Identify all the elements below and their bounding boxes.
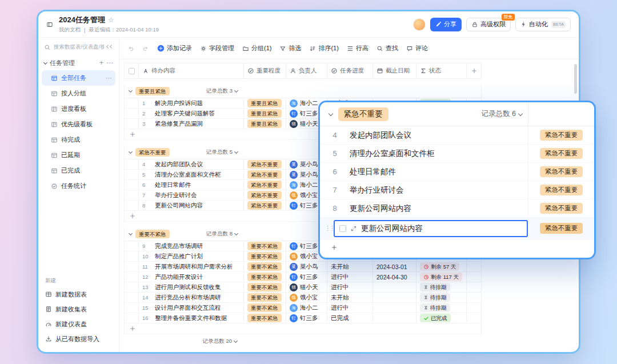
- sidebar-item-已完成[interactable]: 已完成: [42, 163, 115, 178]
- priority-cell[interactable]: 重要不紧急: [244, 251, 286, 261]
- advanced-permission-button[interactable]: 高级权限 限免: [466, 18, 511, 31]
- table-row[interactable]: 16整理并备份重要文件和数据重要不紧急钉钉三多已完成已完成: [124, 313, 482, 323]
- group-record-count[interactable]: 记录总数 5: [206, 149, 238, 156]
- status-cell[interactable]: 剩余 117 天: [416, 272, 467, 282]
- group-header-重要且紧急[interactable]: 重要且紧急记录总数 3: [124, 85, 482, 98]
- due-date-cell[interactable]: [373, 282, 416, 292]
- table-row[interactable]: 14进行竞品分析和市场调研重要不紧急饿饿小宝未开始待排期: [124, 293, 482, 303]
- owner-cell[interactable]: 饿饿小宝: [286, 293, 327, 302]
- status-cell[interactable]: 已完成: [416, 313, 467, 323]
- row-select-cell[interactable]: [124, 251, 139, 261]
- task-cell[interactable]: 处理日常邮件: [350, 163, 528, 181]
- filter-button[interactable]: 筛选: [279, 44, 301, 53]
- add-view-icon[interactable]: +: [99, 59, 103, 67]
- drag-handle-icon[interactable]: ⋮⋮: [324, 225, 334, 232]
- row-select-cell[interactable]: [124, 180, 139, 190]
- overlay-add-record-row[interactable]: [320, 239, 594, 255]
- row-select-cell[interactable]: [124, 282, 139, 292]
- expand-record-icon[interactable]: [350, 225, 357, 232]
- priority-cell[interactable]: 重要不紧急: [244, 303, 286, 313]
- priority-cell[interactable]: 重要且紧急: [244, 119, 286, 129]
- table-row[interactable]: 15设计用户界面和交互流程重要不紧急海海小二进行中待排期: [124, 303, 482, 313]
- group-record-count[interactable]: 记录总数 8: [206, 230, 238, 238]
- table-footer[interactable]: 记录总数 20: [124, 334, 244, 348]
- priority-cell[interactable]: 紧急不重要: [244, 180, 286, 190]
- progress-cell[interactable]: 进行中: [327, 272, 373, 282]
- progress-cell[interactable]: 进行中: [327, 303, 373, 313]
- due-date-cell[interactable]: [373, 293, 416, 302]
- row-select-cell[interactable]: [124, 159, 139, 169]
- priority-cell[interactable]: 重要不紧急: [244, 282, 286, 292]
- task-cell[interactable]: 14进行竞品分析和市场调研: [139, 293, 244, 302]
- task-cell[interactable]: 清理办公室桌面和文件柜: [350, 145, 528, 162]
- group-button[interactable]: 分组(1): [242, 44, 271, 53]
- table-row[interactable]: 12产品功能开发设计重要不紧急钉钉三多进行中2024-04-30剩余 117 天: [124, 272, 482, 282]
- task-cell[interactable]: 4发起内部团队会议: [139, 159, 244, 169]
- task-cell[interactable]: 9完成竞品市场调研: [139, 241, 244, 251]
- user-avatar[interactable]: [413, 18, 426, 31]
- task-cell[interactable]: 5清理办公室桌面和文件柜: [139, 170, 244, 179]
- sidebar-new-新建仪表盘[interactable]: 新建仪表盘: [38, 317, 119, 331]
- row-select-cell[interactable]: [124, 313, 139, 323]
- column-header-负责人[interactable]: 负责人: [286, 63, 327, 78]
- priority-cell[interactable]: 紧急不重要: [528, 218, 594, 239]
- row-select-cell[interactable]: [124, 170, 139, 179]
- chevron-down-icon[interactable]: [129, 89, 133, 93]
- sort-button[interactable]: 排序(1): [309, 44, 338, 53]
- progress-cell[interactable]: 进行中: [327, 282, 373, 292]
- task-cell[interactable]: 1解决用户投诉问题: [139, 98, 244, 108]
- sidebar-item-已延期[interactable]: 已延期: [42, 147, 115, 163]
- tree-header-task-management[interactable]: 任务管理 + ⋯: [38, 55, 119, 70]
- chevron-down-icon[interactable]: [129, 150, 133, 154]
- task-cell[interactable]: 更新公司网站内容: [350, 199, 528, 217]
- column-header-重要程度[interactable]: 重要程度: [244, 63, 286, 78]
- row-select-cell[interactable]: [124, 119, 139, 129]
- automation-button[interactable]: 自动化 BETA: [515, 18, 571, 31]
- owner-cell[interactable]: 菜菜小鸟: [286, 262, 327, 271]
- priority-cell[interactable]: 重要不紧急: [244, 272, 286, 282]
- due-date-cell[interactable]: [373, 313, 416, 323]
- task-cell[interactable]: 7举办行业研讨会: [139, 190, 244, 200]
- owner-cell[interactable]: 猫猫小天: [286, 282, 327, 292]
- progress-cell[interactable]: 已完成: [327, 313, 373, 323]
- priority-cell[interactable]: 重要且紧急: [244, 109, 286, 118]
- group-record-count[interactable]: 记录总数 3: [206, 87, 238, 95]
- status-cell[interactable]: 待排期: [416, 282, 467, 292]
- search-input[interactable]: 搜索数据表/仪表盘/视图: [44, 43, 113, 51]
- due-date-cell[interactable]: 2024-03-01: [373, 262, 416, 271]
- row-select-cell[interactable]: [124, 201, 139, 210]
- more-icon[interactable]: ⋯: [106, 74, 112, 82]
- vertical-scrollbar[interactable]: [574, 64, 577, 94]
- overlay-row[interactable]: 5清理办公室桌面和文件柜紧急不重要: [320, 145, 594, 163]
- chevron-down-icon[interactable]: [129, 231, 133, 235]
- priority-cell[interactable]: 紧急不重要: [244, 159, 286, 169]
- owner-cell[interactable]: 海海小二: [286, 303, 327, 313]
- task-cell[interactable]: 3紧急修复产品漏洞: [139, 119, 244, 129]
- priority-cell[interactable]: 重要不紧急: [244, 262, 286, 271]
- priority-cell[interactable]: 重要不紧急: [244, 313, 286, 323]
- due-date-cell[interactable]: [373, 303, 416, 313]
- sidebar-toggle-icon[interactable]: [46, 21, 53, 28]
- priority-cell[interactable]: 重要不紧急: [244, 241, 286, 251]
- sidebar-new-新建数据表[interactable]: 新建数据表: [38, 287, 119, 302]
- task-cell[interactable]: 2处理客户关键问题解答: [139, 109, 244, 118]
- add-column-button[interactable]: [467, 63, 482, 78]
- row-height-button[interactable]: 行高: [347, 44, 368, 53]
- select-all-checkbox[interactable]: [129, 68, 135, 74]
- sidebar-item-进度看板[interactable]: 进度看板: [42, 101, 115, 117]
- overlay-editing-row[interactable]: ⋮⋮ 更新公司网站内容 紧急不重要: [320, 218, 594, 239]
- priority-cell[interactable]: 紧急不重要: [528, 145, 594, 162]
- row-select-cell[interactable]: [124, 303, 139, 313]
- task-cell[interactable]: 6处理日常邮件: [139, 180, 244, 190]
- row-checkbox[interactable]: [339, 225, 346, 232]
- progress-cell[interactable]: 未开始: [327, 293, 373, 302]
- overlay-group-header[interactable]: 紧急不重要 记录总数 6: [320, 102, 594, 126]
- task-cell[interactable]: 发起内部团队会议: [350, 126, 528, 144]
- doc-source[interactable]: 我的文档: [59, 26, 81, 34]
- row-select-cell[interactable]: [124, 190, 139, 200]
- progress-cell[interactable]: 未开始: [327, 262, 373, 271]
- owner-cell[interactable]: 钉钉三多: [286, 313, 327, 323]
- sidebar-item-优先级看板[interactable]: 优先级看板: [42, 117, 115, 132]
- table-row[interactable]: 13进行用户测试和反馈收集重要不紧急猫猫小天进行中待排期: [124, 282, 482, 293]
- chevron-down-icon[interactable]: [328, 111, 333, 115]
